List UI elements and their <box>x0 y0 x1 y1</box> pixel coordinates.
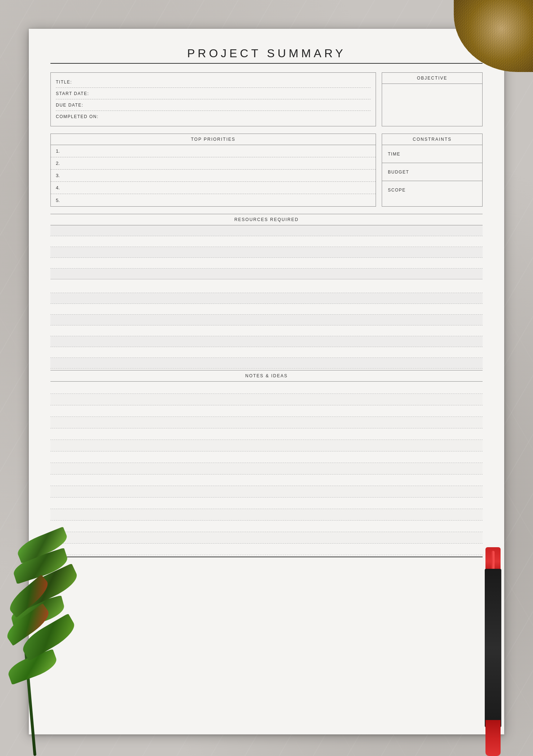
constraints-box: CONSTRAINTS TIME BUDGET SCOPE <box>382 134 483 207</box>
notes-header: NOTES & IDEAS <box>50 370 483 382</box>
note-line-5 <box>50 428 483 440</box>
note-line-14 <box>50 532 483 544</box>
start-date-label: START DATE: <box>56 91 89 96</box>
marker-cap-bottom <box>485 720 501 756</box>
page-title: PROJECT SUMMARY <box>50 47 483 60</box>
constraint-scope-label: SCOPE <box>388 188 406 193</box>
resource-line-13 <box>50 358 483 369</box>
note-line-4 <box>50 417 483 428</box>
resource-line-11 <box>50 336 483 347</box>
note-line-12 <box>50 509 483 521</box>
resource-line-10 <box>50 325 483 336</box>
resource-line-12 <box>50 347 483 358</box>
note-line-11 <box>50 498 483 509</box>
objective-box: OBJECTIVE <box>382 72 483 126</box>
priority-num-2: 2. <box>56 161 60 166</box>
note-line-1 <box>50 382 483 394</box>
resource-spacer <box>50 279 483 282</box>
bottom-rule <box>50 557 483 557</box>
constraint-budget: BUDGET <box>382 163 482 181</box>
priority-num-4: 4. <box>56 185 60 190</box>
priority-num-5: 5. <box>56 198 60 203</box>
start-date-row: START DATE: <box>56 88 371 99</box>
due-date-row: DUE DATE: <box>56 99 371 111</box>
resource-line-1 <box>50 225 483 236</box>
completed-on-label: COMPLETED ON: <box>56 114 99 119</box>
notes-lines <box>50 382 483 555</box>
top-section: TITLE: START DATE: DUE DATE: COMPLETED O… <box>50 72 483 126</box>
title-field-row: TITLE: <box>56 76 371 88</box>
priorities-header: TOP PRIORITIES <box>51 134 376 145</box>
resource-line-8 <box>50 304 483 315</box>
note-line-8 <box>50 463 483 474</box>
resources-header: RESOURCES REQUIRED <box>50 214 483 225</box>
priorities-box: TOP PRIORITIES 1. 2. 3. 4. 5. <box>50 134 376 207</box>
constraints-header: CONSTRAINTS <box>382 134 482 145</box>
objective-header: OBJECTIVE <box>382 73 482 84</box>
note-line-9 <box>50 474 483 486</box>
plant-decoration <box>0 540 94 756</box>
priority-item-2: 2. <box>51 157 376 170</box>
priority-num-1: 1. <box>56 148 60 154</box>
constraint-time: TIME <box>382 145 482 163</box>
marker-body <box>485 569 501 727</box>
resource-lines <box>50 225 483 369</box>
constraint-time-label: TIME <box>388 152 400 157</box>
note-line-7 <box>50 451 483 463</box>
notes-section: NOTES & IDEAS <box>50 370 483 557</box>
marker-decoration <box>485 547 501 756</box>
title-divider <box>50 63 483 64</box>
constraint-budget-label: BUDGET <box>388 170 409 175</box>
note-line-6 <box>50 440 483 451</box>
constraint-scope: SCOPE <box>382 181 482 199</box>
note-line-13 <box>50 521 483 532</box>
completed-on-row: COMPLETED ON: <box>56 111 371 122</box>
resource-line-7 <box>50 293 483 304</box>
resource-line-3 <box>50 247 483 258</box>
priority-item-1: 1. <box>51 145 376 157</box>
priority-item-5: 5. <box>51 194 376 206</box>
note-line-10 <box>50 486 483 498</box>
resource-line-4 <box>50 258 483 269</box>
resource-line-5 <box>50 269 483 279</box>
resources-section: RESOURCES REQUIRED <box>50 214 483 369</box>
priority-item-4: 4. <box>51 182 376 194</box>
resource-line-6 <box>50 282 483 293</box>
priority-item-3: 3. <box>51 170 376 182</box>
title-label: TITLE: <box>56 80 72 85</box>
note-line-3 <box>50 405 483 417</box>
note-line-2 <box>50 394 483 405</box>
due-date-label: DUE DATE: <box>56 103 84 108</box>
middle-section: TOP PRIORITIES 1. 2. 3. 4. 5. CONSTRAINT… <box>50 134 483 207</box>
info-box: TITLE: START DATE: DUE DATE: COMPLETED O… <box>50 72 376 126</box>
resource-line-2 <box>50 236 483 247</box>
resource-line-9 <box>50 315 483 325</box>
paper-document: PROJECT SUMMARY TITLE: START DATE: DUE D… <box>29 29 504 734</box>
priority-num-3: 3. <box>56 173 60 178</box>
objective-content <box>382 84 482 126</box>
note-line-15 <box>50 544 483 555</box>
